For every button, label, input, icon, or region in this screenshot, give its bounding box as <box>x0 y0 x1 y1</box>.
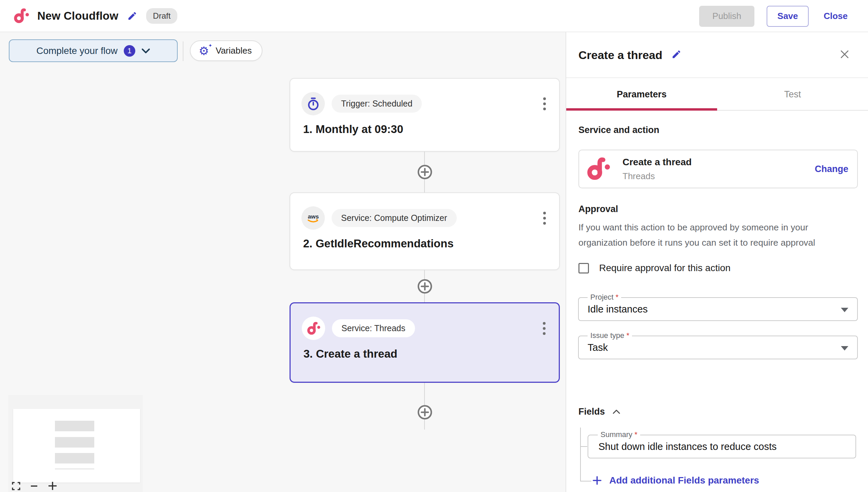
node-menu-kebab-icon[interactable] <box>541 320 548 337</box>
edit-action-name-pencil-icon[interactable] <box>671 49 682 59</box>
node-compute-optimizer[interactable]: aws Service: Compute Optimizer 2. GetIdl… <box>290 192 560 270</box>
project-select[interactable]: Project * Idle instances <box>578 297 858 321</box>
change-action-link[interactable]: Change <box>815 164 848 174</box>
project-value: Idle instances <box>588 298 648 320</box>
add-step-button[interactable] <box>417 279 433 294</box>
minimap-node <box>55 421 94 431</box>
close-button[interactable]: Close <box>821 11 850 21</box>
aws-icon: aws <box>305 210 321 226</box>
issue-type-select[interactable]: Issue type * Task <box>578 336 858 359</box>
node-title: 3. Create a thread <box>303 347 397 360</box>
node-icon-holder <box>302 317 325 340</box>
service-action-card: Create a thread Threads Change <box>578 150 858 188</box>
minimap-edge <box>55 469 94 469</box>
require-approval-label: Require approval for this action <box>599 263 731 273</box>
node-title: 1. Monthly at 09:30 <box>303 123 403 136</box>
top-bar: New Cloudflow Draft Publish Save Close <box>0 0 868 32</box>
minimap-node <box>55 437 94 448</box>
summary-field: Summary * <box>588 435 856 458</box>
complete-your-flow-label: Complete your flow <box>36 45 118 56</box>
save-button[interactable]: Save <box>767 6 809 27</box>
node-icon-holder: aws <box>301 206 325 230</box>
collapse-fields-chevron-up-icon[interactable] <box>612 409 620 414</box>
add-fields-parameters-label: Add additional Fields parameters <box>609 475 759 486</box>
require-approval-row[interactable]: Require approval for this action <box>578 263 731 273</box>
minimap-node <box>55 453 94 463</box>
gear-sparkle-icon: ⚙✦ <box>199 44 212 58</box>
zoom-in-icon[interactable] <box>47 481 58 491</box>
selected-service-name: Threads <box>623 171 692 182</box>
threads-icon <box>587 157 610 181</box>
approval-description: If you want this action to be approved b… <box>578 220 846 250</box>
todo-count-badge: 1 <box>124 45 135 57</box>
stopwatch-icon <box>307 97 320 111</box>
threads-icon <box>307 322 320 335</box>
node-type-pill: Trigger: Scheduled <box>332 95 422 113</box>
panel-header: Create a thread <box>566 32 868 78</box>
add-step-button[interactable] <box>417 164 433 180</box>
fields-tree-line <box>580 428 581 481</box>
tab-test[interactable]: Test <box>717 79 868 110</box>
tab-parameters[interactable]: Parameters <box>566 79 717 110</box>
panel-tabs: Parameters Test <box>566 79 868 111</box>
panel-content: Service and action Create a thread Threa… <box>566 111 868 492</box>
fields-tree-line <box>580 481 591 481</box>
panel-title: Create a thread <box>578 49 663 62</box>
approval-heading: Approval <box>578 204 618 214</box>
node-type-pill: Service: Threads <box>332 319 415 337</box>
add-fields-parameters-link[interactable]: Add additional Fields parameters <box>592 475 759 486</box>
action-config-panel: Create a thread Parameters Test Service … <box>566 32 868 492</box>
status-badge: Draft <box>146 8 177 24</box>
minimap-viewport[interactable] <box>13 409 140 482</box>
flow-title: New Cloudflow <box>37 10 118 22</box>
service-and-action-heading: Service and action <box>578 125 659 135</box>
complete-your-flow-button[interactable]: Complete your flow 1 <box>9 39 178 62</box>
fit-view-icon[interactable] <box>12 481 21 491</box>
close-panel-icon[interactable] <box>840 49 850 59</box>
summary-input[interactable] <box>588 435 855 458</box>
chevron-down-icon <box>141 48 150 54</box>
zoom-out-icon[interactable] <box>29 481 39 491</box>
fields-heading: Fields <box>578 406 605 417</box>
minimap[interactable] <box>8 395 143 492</box>
node-title: 2. GetIdleRecommendations <box>303 237 454 250</box>
require-approval-checkbox[interactable] <box>578 263 589 273</box>
node-trigger-scheduled[interactable]: Trigger: Scheduled 1. Monthly at 09:30 <box>290 78 560 152</box>
toolbar-divider <box>183 41 183 61</box>
node-menu-kebab-icon[interactable] <box>541 210 548 227</box>
node-create-a-thread[interactable]: Service: Threads 3. Create a thread <box>290 302 560 383</box>
variables-label: Variables <box>216 45 252 56</box>
node-type-pill: Service: Compute Optimizer <box>332 209 457 227</box>
add-step-button[interactable] <box>417 404 433 420</box>
dropdown-arrow-icon[interactable] <box>841 346 848 351</box>
app-logo-threads-icon <box>14 8 29 24</box>
selected-action-name: Create a thread <box>623 157 692 168</box>
node-icon-holder <box>301 92 325 115</box>
variables-button[interactable]: ⚙✦ Variables <box>190 40 262 61</box>
node-menu-kebab-icon[interactable] <box>541 95 548 112</box>
fields-tree-line <box>580 446 587 447</box>
issue-type-value: Task <box>588 336 608 359</box>
plus-icon <box>592 476 602 485</box>
dropdown-arrow-icon[interactable] <box>841 308 848 312</box>
flow-canvas: Complete your flow 1 ⚙✦ Variables Trigge… <box>0 32 566 492</box>
edit-title-pencil-icon[interactable] <box>127 11 137 21</box>
publish-button[interactable]: Publish <box>699 6 754 27</box>
